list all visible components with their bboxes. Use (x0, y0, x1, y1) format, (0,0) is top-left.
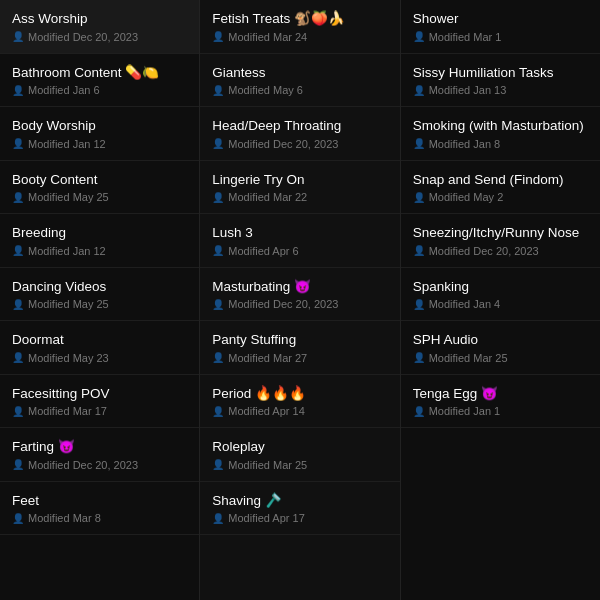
main-columns: Ass Worship👤Modified Dec 20, 2023Bathroo… (0, 0, 600, 600)
people-icon: 👤 (212, 31, 224, 42)
modified-date: Modified Mar 27 (228, 352, 307, 364)
list-item[interactable]: Doormat👤Modified May 23 (0, 321, 199, 375)
list-item[interactable]: Shower👤Modified Mar 1 (401, 0, 600, 54)
column-2: Fetish Treats 🐒🍑🍌👤Modified Mar 24Giantes… (200, 0, 400, 600)
people-icon: 👤 (212, 459, 224, 470)
column-1: Ass Worship👤Modified Dec 20, 2023Bathroo… (0, 0, 200, 600)
item-meta: 👤Modified Mar 8 (12, 512, 187, 524)
item-meta: 👤Modified Mar 17 (12, 405, 187, 417)
list-item[interactable]: Roleplay👤Modified Mar 25 (200, 428, 399, 482)
item-meta: 👤Modified Dec 20, 2023 (212, 138, 387, 150)
modified-date: Modified Jan 8 (429, 138, 501, 150)
list-item[interactable]: Smoking (with Masturbation)👤Modified Jan… (401, 107, 600, 161)
list-item[interactable]: Masturbating 😈👤Modified Dec 20, 2023 (200, 268, 399, 322)
list-item[interactable]: Feet👤Modified Mar 8 (0, 482, 199, 536)
item-meta: 👤Modified Mar 1 (413, 31, 588, 43)
item-meta: 👤Modified Apr 14 (212, 405, 387, 417)
item-title: Dancing Videos (12, 278, 187, 296)
list-item[interactable]: Panty Stuffing👤Modified Mar 27 (200, 321, 399, 375)
list-item[interactable]: Lush 3👤Modified Apr 6 (200, 214, 399, 268)
modified-date: Modified May 6 (228, 84, 303, 96)
modified-date: Modified Mar 25 (429, 352, 508, 364)
people-icon: 👤 (413, 138, 425, 149)
people-icon: 👤 (12, 459, 24, 470)
modified-date: Modified May 25 (28, 298, 109, 310)
item-meta: 👤Modified Dec 20, 2023 (12, 31, 187, 43)
list-item[interactable]: Body Worship👤Modified Jan 12 (0, 107, 199, 161)
item-title: Shaving 🪒 (212, 492, 387, 510)
people-icon: 👤 (413, 85, 425, 96)
list-item[interactable]: Fetish Treats 🐒🍑🍌👤Modified Mar 24 (200, 0, 399, 54)
list-item[interactable]: Farting 😈👤Modified Dec 20, 2023 (0, 428, 199, 482)
list-item[interactable]: Tenga Egg 😈👤Modified Jan 1 (401, 375, 600, 429)
people-icon: 👤 (212, 85, 224, 96)
item-meta: 👤Modified Jan 1 (413, 405, 588, 417)
modified-date: Modified Dec 20, 2023 (228, 138, 338, 150)
modified-date: Modified Jan 13 (429, 84, 507, 96)
item-meta: 👤Modified Dec 20, 2023 (413, 245, 588, 257)
item-meta: 👤Modified Mar 25 (413, 352, 588, 364)
item-title: Farting 😈 (12, 438, 187, 456)
modified-date: Modified Dec 20, 2023 (28, 459, 138, 471)
modified-date: Modified Apr 6 (228, 245, 298, 257)
item-meta: 👤Modified Mar 22 (212, 191, 387, 203)
item-meta: 👤Modified May 23 (12, 352, 187, 364)
list-item[interactable]: Facesitting POV👤Modified Mar 17 (0, 375, 199, 429)
item-meta: 👤Modified May 2 (413, 191, 588, 203)
list-item[interactable]: Spanking👤Modified Jan 4 (401, 268, 600, 322)
list-item[interactable]: Dancing Videos👤Modified May 25 (0, 268, 199, 322)
list-item[interactable]: Head/Deep Throating👤Modified Dec 20, 202… (200, 107, 399, 161)
item-title: Shower (413, 10, 588, 28)
modified-date: Modified May 2 (429, 191, 504, 203)
list-item[interactable]: Breeding👤Modified Jan 12 (0, 214, 199, 268)
people-icon: 👤 (12, 85, 24, 96)
modified-date: Modified Dec 20, 2023 (228, 298, 338, 310)
list-item[interactable]: Sissy Humiliation Tasks👤Modified Jan 13 (401, 54, 600, 108)
item-title: Roleplay (212, 438, 387, 456)
item-meta: 👤Modified Apr 6 (212, 245, 387, 257)
item-meta: 👤Modified Jan 12 (12, 138, 187, 150)
modified-date: Modified Apr 14 (228, 405, 304, 417)
item-title: Bathroom Content 💊🍋 (12, 64, 187, 82)
item-title: Panty Stuffing (212, 331, 387, 349)
item-meta: 👤Modified Dec 20, 2023 (12, 459, 187, 471)
people-icon: 👤 (212, 513, 224, 524)
item-title: Facesitting POV (12, 385, 187, 403)
item-title: Breeding (12, 224, 187, 242)
modified-date: Modified Jan 12 (28, 138, 106, 150)
people-icon: 👤 (212, 138, 224, 149)
modified-date: Modified Mar 8 (28, 512, 101, 524)
modified-date: Modified Jan 12 (28, 245, 106, 257)
people-icon: 👤 (413, 31, 425, 42)
item-title: Sissy Humiliation Tasks (413, 64, 588, 82)
item-meta: 👤Modified Dec 20, 2023 (212, 298, 387, 310)
list-item[interactable]: Shaving 🪒👤Modified Apr 17 (200, 482, 399, 536)
item-meta: 👤Modified May 6 (212, 84, 387, 96)
people-icon: 👤 (12, 513, 24, 524)
list-item[interactable]: Lingerie Try On👤Modified Mar 22 (200, 161, 399, 215)
list-item[interactable]: Snap and Send (Findom)👤Modified May 2 (401, 161, 600, 215)
column-3: Shower👤Modified Mar 1Sissy Humiliation T… (401, 0, 600, 600)
people-icon: 👤 (12, 406, 24, 417)
people-icon: 👤 (12, 138, 24, 149)
people-icon: 👤 (413, 299, 425, 310)
item-meta: 👤Modified Apr 17 (212, 512, 387, 524)
list-item[interactable]: Sneezing/Itchy/Runny Nose👤Modified Dec 2… (401, 214, 600, 268)
people-icon: 👤 (12, 245, 24, 256)
item-meta: 👤Modified May 25 (12, 298, 187, 310)
list-item[interactable]: Booty Content👤Modified May 25 (0, 161, 199, 215)
item-meta: 👤Modified Jan 4 (413, 298, 588, 310)
item-meta: 👤Modified Mar 27 (212, 352, 387, 364)
people-icon: 👤 (12, 192, 24, 203)
item-title: Period 🔥🔥🔥 (212, 385, 387, 403)
item-title: Booty Content (12, 171, 187, 189)
modified-date: Modified Jan 6 (28, 84, 100, 96)
modified-date: Modified May 25 (28, 191, 109, 203)
list-item[interactable]: Bathroom Content 💊🍋👤Modified Jan 6 (0, 54, 199, 108)
list-item[interactable]: Period 🔥🔥🔥👤Modified Apr 14 (200, 375, 399, 429)
list-item[interactable]: Ass Worship👤Modified Dec 20, 2023 (0, 0, 199, 54)
item-title: Body Worship (12, 117, 187, 135)
item-title: Snap and Send (Findom) (413, 171, 588, 189)
list-item[interactable]: SPH Audio👤Modified Mar 25 (401, 321, 600, 375)
list-item[interactable]: Giantess👤Modified May 6 (200, 54, 399, 108)
